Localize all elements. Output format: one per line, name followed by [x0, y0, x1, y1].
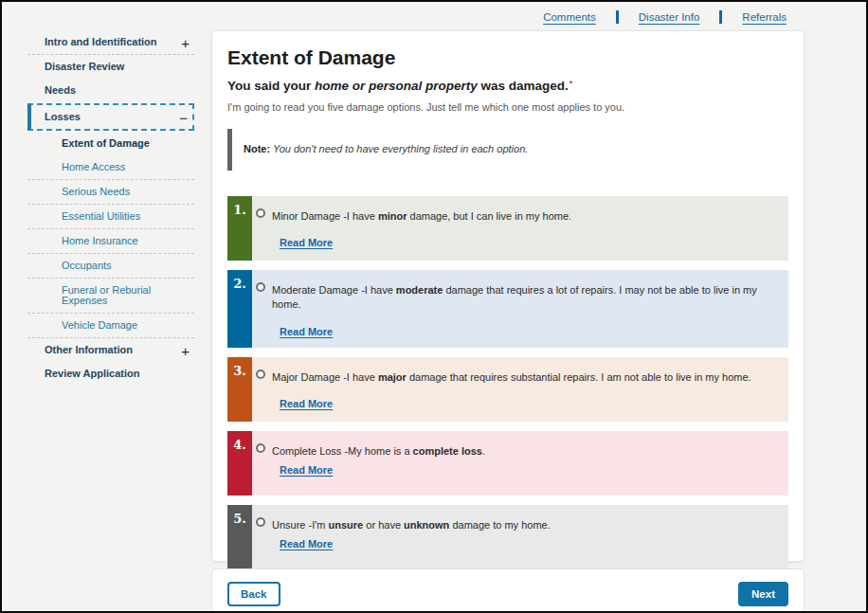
- main-content-card: Extent of Damage You said your home or p…: [211, 30, 805, 562]
- option-text: Major Damage -I have major damage that r…: [272, 370, 751, 385]
- read-more-link[interactable]: Read More: [280, 464, 333, 476]
- note-box: Note: You don't need to have everything …: [227, 129, 788, 171]
- expand-icon[interactable]: +: [181, 35, 190, 49]
- sidebar-subitem-home-access[interactable]: Home Access: [27, 155, 194, 180]
- sidebar-item-losses[interactable]: Losses −: [27, 103, 194, 131]
- nav-link-disaster-info[interactable]: Disaster Info: [639, 11, 700, 23]
- option-body: Moderate Damage -I have moderate damage …: [252, 270, 788, 348]
- nav-link-comments[interactable]: Comments: [543, 11, 596, 23]
- option-text: Moderate Damage -I have moderate damage …: [272, 282, 777, 313]
- sidebar-subitem-label: Extent of Damage: [62, 137, 150, 149]
- option-body: Unsure -I'm unsure or have unknown damag…: [252, 505, 788, 569]
- question-prefix: You said your: [227, 79, 315, 93]
- sidebar-item-label: Review Application: [45, 368, 139, 379]
- sidebar-item-label: Needs: [45, 84, 76, 96]
- option-select-line[interactable]: Moderate Damage -I have moderate damage …: [256, 282, 777, 313]
- option-text-segment: complete loss: [413, 445, 482, 457]
- next-button[interactable]: Next: [738, 582, 788, 606]
- sidebar-subitem-label: Occupants: [62, 260, 112, 271]
- sidebar-subitem-home-insurance[interactable]: Home Insurance: [27, 229, 194, 254]
- footer-actions: Back Next: [211, 568, 805, 613]
- option-row-unsure: 5. Unsure -I'm unsure or have unknown da…: [227, 505, 788, 569]
- note-text: You don't need to have everything listed…: [270, 143, 528, 154]
- option-body: Minor Damage -I have minor damage, but I…: [252, 196, 788, 261]
- question-italic: home or personal property: [315, 79, 478, 93]
- radio-button[interactable]: [256, 517, 265, 527]
- option-text-segment: Complete Loss -My home is a: [272, 445, 413, 457]
- sidebar-item-label: Losses: [45, 111, 81, 122]
- top-nav: Comments Disaster Info Referrals: [543, 7, 787, 27]
- option-text-segment: unsure: [329, 519, 364, 531]
- sidebar-item-label: Disaster Review: [45, 61, 124, 72]
- option-text-segment: damage that requires substantial repairs…: [407, 371, 751, 383]
- option-text-segment: .: [482, 445, 485, 457]
- sidebar-subitem-label: Essential Utilities: [62, 210, 140, 222]
- sidebar-subitem-serious-needs[interactable]: Serious Needs: [27, 180, 194, 205]
- option-text: Complete Loss -My home is a complete los…: [272, 443, 485, 459]
- sidebar-subitem-label: Vehicle Damage: [62, 319, 137, 331]
- option-text: Minor Damage -I have minor damage, but I…: [272, 208, 571, 224]
- option-text-segment: Unsure -I'm: [272, 519, 329, 531]
- sidebar-subitem-label: Home Access: [62, 161, 125, 172]
- read-more-link[interactable]: Read More: [280, 398, 333, 409]
- sidebar-item-other-information[interactable]: Other Information +: [27, 338, 194, 362]
- note-label: Note:: [244, 143, 270, 154]
- option-text-segment: Moderate Damage -I have: [272, 284, 396, 296]
- option-text-segment: moderate: [396, 284, 443, 296]
- sidebar-subitem-extent-of-damage[interactable]: Extent of Damage: [27, 132, 194, 155]
- sidebar-subitem-label: Funeral or Reburial Expenses: [62, 284, 151, 306]
- option-row-minor-damage: 1. Minor Damage -I have minor damage, bu…: [227, 196, 788, 261]
- collapse-icon[interactable]: −: [179, 110, 188, 124]
- damage-options-list: 1. Minor Damage -I have minor damage, bu…: [227, 196, 788, 569]
- option-number-tab: 5.: [227, 505, 252, 569]
- sidebar-item-needs[interactable]: Needs: [27, 79, 194, 102]
- sidebar-item-label: Other Information: [45, 344, 133, 355]
- question-text: You said your home or personal property …: [227, 79, 788, 93]
- sidebar-item-review-application[interactable]: Review Application: [27, 362, 194, 386]
- expand-icon[interactable]: +: [181, 343, 190, 357]
- option-number-tab: 3.: [227, 357, 252, 422]
- sidebar-subitem-essential-utilities[interactable]: Essential Utilities: [27, 205, 194, 229]
- read-more-link[interactable]: Read More: [280, 326, 333, 337]
- page-title: Extent of Damage: [227, 46, 788, 69]
- option-number-tab: 2.: [227, 270, 252, 348]
- sidebar: Intro and Identification + Disaster Revi…: [27, 30, 194, 386]
- sidebar-item-disaster-review[interactable]: Disaster Review: [27, 55, 194, 79]
- radio-button[interactable]: [256, 208, 265, 218]
- option-text: Unsure -I'm unsure or have unknown damag…: [272, 517, 551, 532]
- option-select-line[interactable]: Minor Damage -I have minor damage, but I…: [256, 208, 777, 224]
- back-button[interactable]: Back: [227, 582, 280, 606]
- sidebar-item-label: Intro and Identification: [45, 36, 157, 47]
- option-select-line[interactable]: Major Damage -I have major damage that r…: [256, 370, 777, 385]
- option-row-complete-loss: 4. Complete Loss -My home is a complete …: [227, 431, 788, 496]
- option-select-line[interactable]: Unsure -I'm unsure or have unknown damag…: [256, 517, 777, 532]
- option-text-segment: or have: [363, 519, 404, 531]
- sidebar-item-intro-and-identification[interactable]: Intro and Identification +: [27, 30, 194, 55]
- option-text-segment: damage to my home.: [449, 519, 550, 531]
- option-text-segment: Minor Damage -I have: [272, 210, 378, 222]
- sidebar-subitem-funeral-or-reburial-expenses[interactable]: Funeral or Reburial Expenses: [27, 279, 194, 314]
- option-select-line[interactable]: Complete Loss -My home is a complete los…: [256, 443, 777, 459]
- app-window: Comments Disaster Info Referrals Intro a…: [0, 0, 868, 613]
- question-suffix: was damaged.: [478, 79, 569, 93]
- read-more-link[interactable]: Read More: [280, 237, 333, 248]
- radio-button[interactable]: [256, 370, 265, 379]
- radio-button[interactable]: [256, 282, 265, 292]
- read-more-link[interactable]: Read More: [280, 538, 333, 550]
- option-body: Complete Loss -My home is a complete los…: [252, 431, 788, 496]
- option-number-tab: 4.: [227, 431, 252, 496]
- required-asterisk: *: [570, 79, 573, 88]
- sidebar-subitem-occupants[interactable]: Occupants: [27, 254, 194, 279]
- nav-link-referrals[interactable]: Referrals: [742, 11, 787, 23]
- sidebar-subitem-label: Home Insurance: [62, 235, 138, 246]
- option-text-segment: damage, but I can live in my home.: [407, 210, 571, 222]
- option-row-major-damage: 3. Major Damage -I have major damage tha…: [227, 357, 788, 422]
- option-text-segment: Major Damage -I have: [272, 371, 378, 383]
- sidebar-subitem-label: Serious Needs: [62, 186, 130, 197]
- option-row-moderate-damage: 2. Moderate Damage -I have moderate dama…: [227, 270, 788, 348]
- option-text-segment: major: [378, 371, 407, 383]
- option-text-segment: minor: [378, 210, 407, 222]
- radio-button[interactable]: [256, 443, 265, 453]
- intro-text: I'm going to read you five damage option…: [227, 101, 788, 113]
- sidebar-subitem-vehicle-damage[interactable]: Vehicle Damage: [27, 314, 194, 338]
